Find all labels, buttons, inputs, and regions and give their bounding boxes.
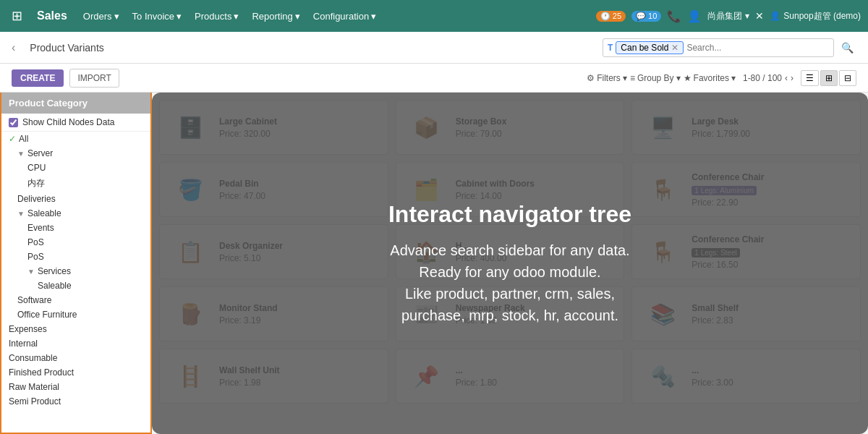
sidebar-item-raw-material[interactable]: Raw Material [1,380,150,394]
phone-icon[interactable]: 📞 [667,9,681,23]
apps-icon[interactable]: ⊞ [7,5,27,27]
sidebar-item-internal[interactable]: Internal [1,336,150,351]
clock-badge[interactable]: 🕐 25 [596,11,626,22]
grid-view-button[interactable]: ⊟ [839,70,856,86]
sidebar-item-saleable-sub[interactable]: Saleable [1,278,150,293]
search-area: T Can be Sold ✕ 🔍 [495,38,856,57]
page-title: Product Variants [30,42,103,54]
overlay-title: Interact navigator tree [388,200,631,228]
create-button[interactable]: CREATE [12,69,64,87]
back-icon[interactable]: ‹ [12,41,15,54]
groupby-button[interactable]: ≡ Group By ▾ [630,73,681,83]
action-bar: CREATE IMPORT ⚙ Filters ▾ ≡ Group By ▾ ★… [0,64,868,93]
sidebar-item-pos-2[interactable]: PoS [1,250,150,264]
remove-tag-icon[interactable]: ✕ [671,43,678,53]
search-bar[interactable]: T Can be Sold ✕ [603,38,834,57]
close-icon[interactable]: ✕ [755,10,764,22]
star-icon: ★ [684,73,692,83]
show-child-nodes-checkbox[interactable] [9,118,18,127]
t-filter-icon: T [608,43,613,53]
favorites-button[interactable]: ★ Favorites ▾ [684,73,736,83]
next-page-button[interactable]: › [791,73,793,83]
search-tag-can-be-sold[interactable]: Can be Sold ✕ [616,41,684,54]
sidebar-item-expenses[interactable]: Expenses [1,322,150,336]
menu-configuration[interactable]: Configuration ▾ [307,8,382,25]
pagination-text: 1-80 / 100 [743,73,782,83]
menu-products[interactable]: Products ▾ [189,8,244,25]
show-child-nodes-row[interactable]: Show Child Nodes Data [1,114,150,132]
product-grid: 🗄️ Large Cabinet Price: 320.00 📦 Storage… [152,93,868,434]
chevron-down-icon: ▼ [27,268,35,276]
search-submit-icon[interactable]: 🔍 [838,41,856,55]
import-button[interactable]: IMPORT [69,69,119,88]
promo-overlay: Interact navigator tree Advance search s… [152,93,868,434]
menu-orders[interactable]: Orders ▾ [77,8,125,25]
sidebar-item-deliveries[interactable]: Deliveries [1,192,150,206]
view-toggle: ☰ ⊞ ⊟ [801,70,856,86]
sidebar-item-events[interactable]: Events [1,221,150,235]
sidebar-item-memory[interactable]: 内存 [1,175,150,192]
groupby-icon: ≡ [630,73,635,83]
sidebar-header: Product Category [1,93,150,114]
user-menu[interactable]: 👤 Sunpop超管 (demo) [770,10,861,22]
chevron-down-icon: ▼ [17,210,25,218]
actionbar-right: ⚙ Filters ▾ ≡ Group By ▾ ★ Favorites ▾ 1… [587,70,856,86]
org-selector[interactable]: 尚鼎集团 ▾ [707,10,749,22]
sidebar-item-semi-product[interactable]: Semi Product [1,394,150,409]
contacts-icon[interactable]: 👤 [687,9,702,23]
menu-reporting[interactable]: Reporting ▾ [246,8,305,25]
sidebar-item-all[interactable]: ✓ All [1,132,150,146]
filters-button[interactable]: ⚙ Filters ▾ [587,73,627,83]
sidebar-item-finished-product[interactable]: Finished Product [1,365,150,380]
chevron-down-icon: ▼ [17,150,25,158]
prev-page-button[interactable]: ‹ [785,73,788,83]
sidebar-item-consumable[interactable]: Consumable [1,351,150,365]
filter-icon: ⚙ [587,73,595,83]
sidebar-item-server[interactable]: ▼ Server [1,146,150,161]
show-child-nodes-label: Show Child Nodes Data [22,117,114,127]
sidebar-item-office-furniture[interactable]: Office Furniture [1,307,150,322]
main-menu: Orders ▾ To Invoice ▾ Products ▾ Reporti… [77,8,382,25]
menu-to-invoice[interactable]: To Invoice ▾ [127,8,188,25]
subheader: ‹ Product Variants T Can be Sold ✕ 🔍 [0,32,868,64]
filters-group: ⚙ Filters ▾ ≡ Group By ▾ ★ Favorites ▾ [587,73,736,83]
overlay-body: Advance search sidebar for any data. Rea… [390,239,629,326]
sidebar-item-services[interactable]: ▼ Services [1,264,150,278]
kanban-view-button[interactable]: ⊞ [820,70,838,86]
check-icon: ✓ [9,134,16,144]
sidebar-title: Product Category [9,98,88,109]
main-layout: Product Category Show Child Nodes Data ✓… [0,93,868,434]
sidebar: Product Category Show Child Nodes Data ✓… [0,93,152,434]
brand-name: Sales [31,9,73,22]
sidebar-item-cpu[interactable]: CPU [1,161,150,175]
sidebar-item-saleable[interactable]: ▼ Saleable [1,206,150,221]
search-input[interactable] [684,43,829,53]
chat-badge[interactable]: 💬 10 [631,11,661,22]
topnav-right: 🕐 25 💬 10 📞 👤 尚鼎集团 ▾ ✕ 👤 Sunpop超管 (demo) [596,9,861,23]
list-view-button[interactable]: ☰ [801,70,819,86]
top-navigation: ⊞ Sales Orders ▾ To Invoice ▾ Products ▾… [0,0,868,32]
sidebar-item-pos-1[interactable]: PoS [1,235,150,250]
pagination: 1-80 / 100 ‹ › [743,73,793,83]
sidebar-item-software[interactable]: Software [1,293,150,307]
